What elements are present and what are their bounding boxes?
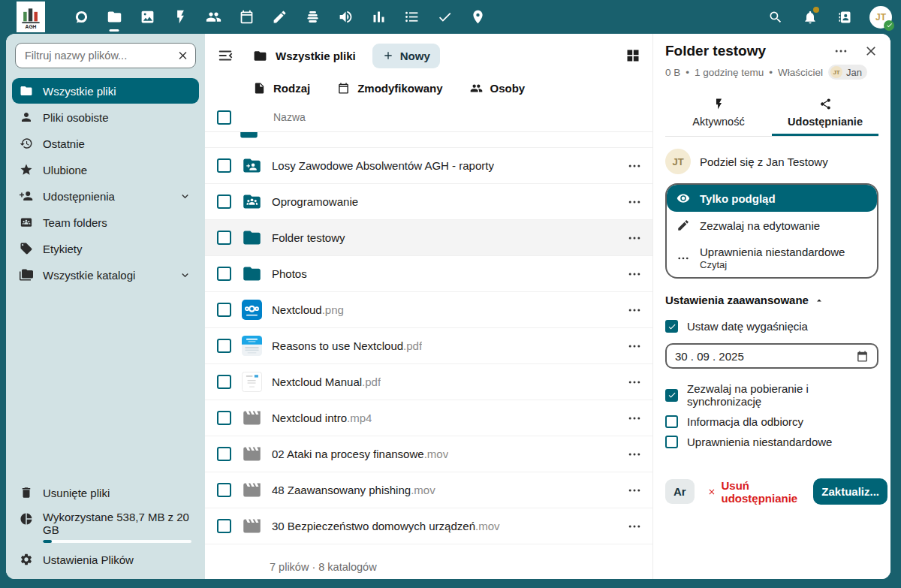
share-option-uprawnienia-niestandardowe[interactable]: Uprawnienia niestandardowe Czytaj [667,239,877,277]
filter-chip-zmodyfikowany[interactable]: Zmodyfikowany [337,82,442,95]
table-row[interactable]: 30 Bezpieczeństwo domowych urządzeń.mov [205,508,652,544]
tab-activity[interactable]: Aktywność [665,92,772,136]
sidebar-item-udoste-pnienia[interactable]: Udostępnienia [12,183,199,209]
table-row[interactable]: Photos [205,256,652,292]
agh-logo[interactable]: AGH [17,2,45,32]
chevron-down-icon[interactable] [179,269,191,282]
row-checkbox[interactable] [217,267,231,281]
row-actions-icon[interactable] [627,339,642,354]
app-analytics[interactable] [362,0,395,34]
contacts-menu-button[interactable] [830,0,859,34]
collapse-sidebar-icon[interactable] [217,47,234,64]
app-activity[interactable] [164,0,197,34]
app-files[interactable] [98,0,131,34]
new-button[interactable]: Nowy [372,44,440,68]
file-name[interactable]: Losy Zawodowe Absolwentów AGH - raporty [272,159,494,172]
checkbox-unchecked[interactable] [665,436,678,448]
sidebar-item-wszystkie-pliki[interactable]: Wszystkie pliki [12,78,199,104]
sidebar-item-etykiety[interactable]: Etykiety [12,236,199,261]
row-checkbox[interactable] [217,158,231,173]
sidebar-item-wszystkie-katalogi[interactable]: Wszystkie katalogi [12,262,199,288]
notifications-button[interactable] [796,0,824,34]
select-all-checkbox[interactable] [217,110,231,125]
row-checkbox[interactable] [217,519,231,533]
chevron-down-icon[interactable] [179,190,191,203]
file-name[interactable]: Folder testowy [272,231,345,244]
table-row[interactable]: Reasons to use Nextcloud.pdf [205,328,652,364]
unified-search-button[interactable] [761,0,790,34]
row-checkbox[interactable] [217,303,231,317]
clear-filter-icon[interactable] [176,50,189,62]
panel-actions-icon[interactable] [833,44,848,59]
sidebar-item-deleted-files[interactable]: Usunięte pliki [12,480,199,505]
filter-input[interactable] [15,43,196,68]
tab-sharing[interactable]: Udostępnianie [772,92,878,136]
app-maps[interactable] [461,0,494,34]
row-actions-icon[interactable] [627,158,642,173]
app-photos[interactable] [131,0,164,34]
breadcrumb[interactable]: Wszystkie pliki [253,49,356,63]
row-checkbox[interactable] [217,231,231,245]
advanced-settings-toggle[interactable]: Ustawienia zaawansowane [665,294,878,306]
app-announcements[interactable] [329,0,362,34]
filter-chip-rodzaj[interactable]: Rodzaj [253,82,310,95]
close-icon[interactable] [863,44,878,59]
row-actions-icon[interactable] [627,194,642,210]
table-row[interactable]: Nextcloud intro.mp4 [205,400,652,436]
name-column-header[interactable]: Nazwa [273,111,306,123]
filter-chip-osoby[interactable]: Osoby [470,82,526,95]
row-actions-icon[interactable] [627,303,642,318]
checkbox-checked[interactable] [665,320,678,333]
row-checkbox[interactable] [217,411,231,425]
table-row[interactable]: Losy Zawodowe Absolwentów AGH - raporty [205,148,652,184]
table-row[interactable]: 02 Ataki na procesy finansowe.mov [205,436,652,472]
row-actions-icon[interactable] [627,375,642,390]
sidebar-item-team-folders[interactable]: Team folders [12,210,199,235]
file-name[interactable]: Photos [272,267,307,280]
grid-view-toggle-icon[interactable] [625,48,640,63]
app-deck[interactable] [296,0,329,34]
app-talk[interactable] [65,0,98,34]
row-actions-icon[interactable] [627,267,642,282]
app-notes[interactable] [263,0,296,34]
checkbox-unchecked[interactable] [665,415,678,428]
sidebar-item-files-settings[interactable]: Ustawienia Plików [12,547,199,572]
file-name[interactable]: Reasons to use Nextcloud.pdf [272,339,422,352]
advanced-option-ustaw-date-wygasnie-cia[interactable]: Ustaw datę wygaśnięcia [665,320,878,333]
update-share-button[interactable]: Zaktualiz... [813,478,887,505]
row-actions-icon[interactable] [627,231,642,246]
row-checkbox[interactable] [217,483,231,497]
advanced-option-informacja-dla-odbiorcy[interactable]: Informacja dla odbiorcy [665,415,878,428]
user-avatar[interactable]: JT [869,6,892,29]
row-actions-icon[interactable] [627,519,642,534]
remove-share-button[interactable]: Usuń udostępnianie [707,479,801,505]
checkbox-checked[interactable] [665,389,678,402]
table-row[interactable]: 48 Zaawansowany phishing.mov [205,472,652,508]
table-row[interactable]: Nextcloud Manual.pdf [205,364,652,400]
row-actions-icon[interactable] [627,447,642,462]
sidebar-item-ostatnie[interactable]: Ostatnie [12,131,199,156]
expiration-date-field[interactable]: 30 . 09 . 2025 [665,343,878,369]
row-actions-icon[interactable] [627,411,642,426]
advanced-option-zezwalaj-na-pobieranie-i-synchronizacje[interactable]: Zezwalaj na pobieranie i synchronizację [665,382,878,408]
advanced-option-uprawnienia-niestandardowe[interactable]: Uprawnienia niestandardowe [665,436,878,448]
app-calendar[interactable] [230,0,263,34]
row-checkbox[interactable] [217,447,231,461]
file-name[interactable]: Nextcloud.png [272,303,344,316]
table-row[interactable]: Nextcloud.png [205,292,652,328]
file-name[interactable]: Nextcloud Manual.pdf [272,375,381,388]
file-name[interactable]: 48 Zaawansowany phishing.mov [272,484,435,496]
file-name[interactable]: Oprogramowanie [272,195,358,208]
file-name[interactable]: 30 Bezpieczeństwo domowych urządzeń.mov [272,520,500,532]
sidebar-item-quota[interactable]: Wykorzystane 538,7 MB z 20 GB [12,506,199,546]
app-forms[interactable] [428,0,461,34]
table-row[interactable]: Folder testowy [205,220,652,256]
share-option-zezwalaj-na-edytowanie[interactable]: Zezwalaj na edytowanie [667,212,877,239]
sidebar-item-pliki-osobiste[interactable]: Pliki osobiste [12,104,199,130]
archive-button[interactable]: Ar [665,479,695,504]
row-actions-icon[interactable] [627,483,642,498]
file-name[interactable]: Nextcloud intro.mp4 [272,412,372,424]
share-option-tylko-podgla-d[interactable]: Tylko podgląd [667,185,877,212]
owner-chip[interactable]: JT Jan [828,65,867,80]
app-contacts[interactable] [197,0,230,34]
